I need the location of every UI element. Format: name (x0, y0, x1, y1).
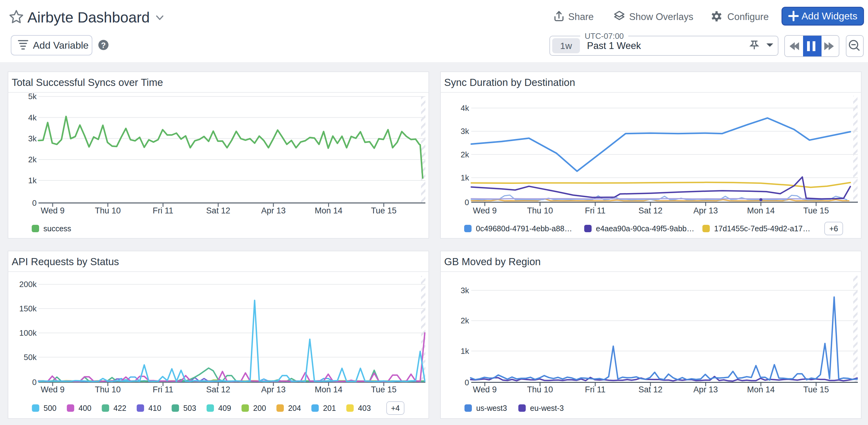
svg-text:4k: 4k (461, 103, 469, 113)
svg-text:Wed 9: Wed 9 (41, 385, 65, 394)
svg-text:Tue 15: Tue 15 (803, 385, 829, 394)
svg-text:Tue 15: Tue 15 (803, 206, 829, 215)
svg-text:Thu 10: Thu 10 (95, 385, 121, 394)
svg-text:Fri 11: Fri 11 (153, 385, 173, 394)
svg-text:410: 410 (148, 404, 161, 413)
svg-text:Apr 13: Apr 13 (261, 206, 286, 215)
svg-text:Apr 13: Apr 13 (693, 206, 718, 215)
svg-text:503: 503 (183, 404, 196, 413)
svg-text:e4aea90a-90ca-49f5-9abb…: e4aea90a-90ca-49f5-9abb… (596, 224, 694, 233)
svg-text:422: 422 (114, 404, 126, 413)
svg-text:0: 0 (32, 198, 37, 208)
svg-text:Wed 9: Wed 9 (473, 206, 497, 215)
svg-text:Tue 15: Tue 15 (371, 206, 397, 215)
svg-text:Mon 14: Mon 14 (315, 206, 342, 215)
svg-text:+6: +6 (829, 224, 838, 233)
svg-text:+4: +4 (391, 404, 400, 413)
svg-text:2k: 2k (461, 150, 469, 159)
svg-text:5k: 5k (28, 92, 37, 101)
svg-text:50k: 50k (24, 353, 37, 362)
svg-text:403: 403 (358, 404, 371, 413)
svg-text:200k: 200k (20, 280, 37, 289)
svg-text:Thu 10: Thu 10 (527, 385, 553, 394)
svg-text:eu-west-3: eu-west-3 (530, 404, 564, 413)
svg-text:Mon 14: Mon 14 (747, 206, 775, 215)
svg-text:201: 201 (323, 404, 336, 413)
svg-text:0c49680d-4791-4ebb-a88…: 0c49680d-4791-4ebb-a88… (476, 224, 572, 233)
svg-text:100k: 100k (20, 328, 37, 337)
svg-text:0: 0 (32, 377, 37, 387)
svg-text:2k: 2k (28, 155, 37, 164)
svg-text:17d1455c-7ed5-49d2-a17…: 17d1455c-7ed5-49d2-a17… (714, 224, 810, 233)
svg-text:Sat 12: Sat 12 (206, 206, 230, 215)
svg-text:Sat 12: Sat 12 (206, 385, 230, 394)
svg-text:Thu 10: Thu 10 (95, 206, 121, 215)
svg-text:400: 400 (79, 404, 91, 413)
svg-text:500: 500 (44, 404, 57, 413)
svg-text:1k: 1k (461, 346, 469, 356)
svg-text:Fri 11: Fri 11 (153, 206, 173, 215)
svg-text:success: success (43, 224, 71, 233)
svg-text:150k: 150k (20, 304, 37, 313)
svg-text:0: 0 (465, 198, 469, 207)
svg-text:Tue 15: Tue 15 (371, 385, 397, 394)
svg-text:Mon 14: Mon 14 (747, 385, 775, 394)
svg-text:Mon 14: Mon 14 (315, 385, 342, 394)
svg-text:1k: 1k (28, 176, 37, 185)
svg-text:3k: 3k (461, 286, 469, 295)
svg-text:Apr 13: Apr 13 (261, 385, 286, 394)
svg-text:Wed 9: Wed 9 (473, 385, 497, 394)
svg-text:Fri 11: Fri 11 (585, 206, 606, 215)
svg-text:Thu 10: Thu 10 (527, 206, 553, 215)
svg-text:204: 204 (288, 404, 301, 413)
svg-text:4k: 4k (28, 113, 37, 122)
svg-text:us-west3: us-west3 (476, 404, 507, 413)
svg-text:3k: 3k (461, 127, 469, 136)
svg-text:Apr 13: Apr 13 (693, 385, 718, 394)
svg-text:Fri 11: Fri 11 (585, 385, 606, 394)
svg-text:?: ? (101, 41, 105, 50)
svg-text:409: 409 (218, 404, 231, 413)
svg-text:Sat 12: Sat 12 (639, 206, 662, 215)
svg-text:Wed 9: Wed 9 (41, 206, 65, 215)
svg-text:3k: 3k (28, 134, 37, 143)
svg-text:0: 0 (465, 378, 469, 387)
svg-text:1k: 1k (461, 173, 469, 182)
svg-text:200: 200 (253, 404, 266, 413)
svg-text:2k: 2k (461, 316, 469, 325)
svg-text:Sat 12: Sat 12 (639, 385, 662, 394)
